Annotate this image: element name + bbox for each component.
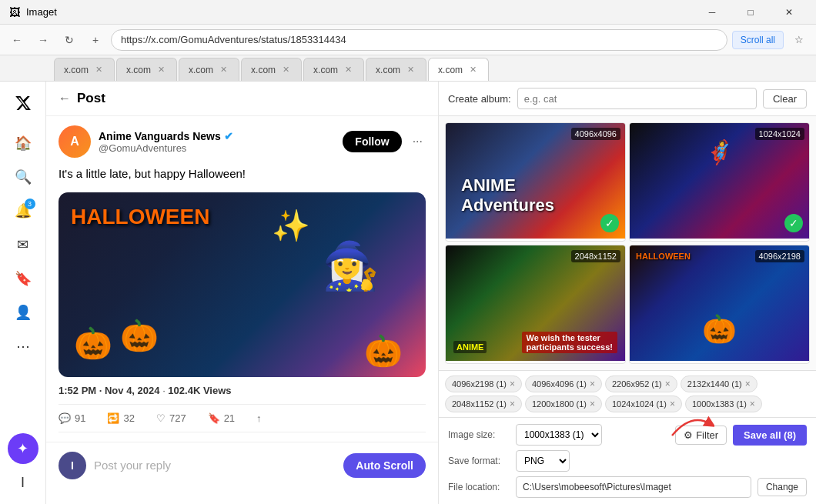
main-content: 🏠 🔍 🔔 3 ✉ 🔖 👤 ⋯ ✦ I ← Post A (0, 82, 816, 504)
like-icon: ♡ (156, 412, 166, 424)
tag-remove-5[interactable]: × (510, 399, 515, 409)
image-size-dropdown[interactable]: 1000x1383 (1) 1024x1024 (1) 2048x1152 (1… (516, 424, 602, 446)
tab-5[interactable]: x.com ✕ (303, 58, 364, 81)
image-dim-1: 4096x4096 (571, 128, 620, 140)
image-info-4: ✎ Show folder (630, 361, 809, 364)
image-thumb-4[interactable]: 4096x2198 HALLOWEEN 🎃 (630, 245, 809, 361)
minimize-button[interactable]: ─ (694, 0, 730, 25)
post-header: ← Post (46, 82, 438, 116)
bookmarks-icon[interactable]: 🔖 (8, 263, 38, 294)
retweet-action[interactable]: 🔁 32 (107, 412, 134, 424)
app-title: Imaget (26, 6, 57, 18)
post-title: Post (77, 91, 105, 106)
save-all-button[interactable]: Save all (8) (733, 425, 807, 446)
tab-3[interactable]: x.com ✕ (179, 58, 239, 81)
tag-chip-1[interactable]: 4096x2198 (1) × (445, 375, 522, 392)
auto-scroll-button[interactable]: Auto Scroll (343, 453, 426, 478)
notification-badge: 3 (25, 199, 35, 209)
tab-2-close[interactable]: ✕ (156, 64, 167, 75)
url-input[interactable] (111, 29, 727, 51)
author-info: Anime Vanguards News ✔ @GomuAdventures (99, 130, 335, 154)
tag-chip-2[interactable]: 4096x4096 (1) × (525, 375, 602, 392)
tab-5-close[interactable]: ✕ (343, 64, 354, 75)
avatar: A (59, 125, 91, 158)
forward-button[interactable]: → (32, 29, 54, 51)
tab-4[interactable]: x.com ✕ (241, 58, 302, 81)
tab-1[interactable]: x.com ✕ (54, 58, 115, 81)
image-dim-3: 2048x1152 (571, 250, 620, 262)
tag-chip-4[interactable]: 2132x1440 (1) × (681, 375, 757, 392)
explore-icon[interactable]: 🔍 (8, 162, 38, 192)
twitter-logo-icon[interactable] (8, 88, 38, 118)
more-options-button[interactable]: ··· (410, 132, 426, 152)
retweet-icon: 🔁 (107, 412, 119, 424)
tag-remove-8[interactable]: × (750, 399, 755, 409)
tag-remove-7[interactable]: × (670, 399, 675, 409)
reply-action[interactable]: 💬 91 (59, 412, 85, 424)
verified-icon: ✔ (224, 130, 233, 142)
check-overlay-1: ✓ (600, 214, 619, 232)
premium-icon[interactable]: ✦ (8, 433, 38, 464)
tab-1-close[interactable]: ✕ (93, 64, 105, 75)
follow-button[interactable]: Follow (343, 131, 401, 152)
create-album-label: Create album: (448, 93, 511, 105)
tab-6-close[interactable]: ✕ (405, 64, 416, 75)
like-action[interactable]: ♡ 727 (156, 412, 186, 424)
tag-chip-3[interactable]: 2206x952 (1) × (605, 375, 677, 392)
tab-6[interactable]: x.com ✕ (366, 58, 426, 81)
reply-placeholder[interactable]: Post your reply (94, 459, 336, 472)
bookmark-button[interactable]: ☆ (788, 29, 810, 51)
file-path-input[interactable] (516, 476, 751, 498)
profile-icon[interactable]: 👤 (8, 297, 38, 328)
tag-remove-2[interactable]: × (590, 379, 595, 389)
post-panel: ← Post A Anime Vanguards News ✔ @GomuAdv… (46, 82, 439, 504)
back-button[interactable]: ← (6, 29, 28, 51)
share-action[interactable]: ↑ (256, 412, 262, 424)
image-dim-4: 4096x2198 (755, 250, 804, 262)
notifications-icon[interactable]: 🔔 3 (8, 195, 38, 226)
scroll-all-button[interactable]: Scroll all (732, 31, 784, 49)
image-card-2: 1024x1024 ✓ 🦸 GEEbrScWYAE4urL_2 ✎ Show i… (629, 122, 810, 242)
bottom-controls: Image size: 1000x1383 (1) 1024x1024 (1) … (439, 418, 816, 504)
account-icon[interactable]: I (8, 467, 38, 498)
new-tab-button[interactable]: + (85, 29, 106, 51)
tag-remove-6[interactable]: × (590, 399, 595, 409)
more-icon[interactable]: ⋯ (8, 331, 38, 362)
tag-remove-4[interactable]: × (745, 379, 751, 389)
refresh-button[interactable]: ↻ (59, 29, 80, 51)
tab-3-label: x.com (189, 65, 213, 75)
img1-label: ANIMEAdventures (461, 175, 554, 215)
tag-remove-1[interactable]: × (510, 379, 515, 389)
tab-7[interactable]: x.com ✕ (428, 58, 489, 81)
image-thumb-1[interactable]: 4096x4096 ✓ ANIMEAdventures (446, 123, 625, 239)
image-card-3: 2048x1152 ANIME We wish the testerpartic… (445, 245, 626, 364)
tab-3-close[interactable]: ✕ (218, 64, 229, 75)
title-bar: 🖼 Imaget ─ □ ✕ (0, 0, 816, 25)
save-format-label: Save format: (448, 456, 510, 466)
clear-button[interactable]: Clear (763, 89, 807, 108)
img2-emoji: 🦸 (705, 139, 734, 165)
tweet-meta: 1:52 PM · Nov 4, 2024 · 102.4K Views (59, 385, 426, 396)
album-input[interactable] (517, 88, 757, 109)
home-icon[interactable]: 🏠 (8, 128, 38, 159)
back-arrow-button[interactable]: ← (59, 92, 71, 105)
messages-icon[interactable]: ✉ (8, 229, 38, 260)
save-format-row: Save format: PNG JPG WEBP (448, 450, 807, 472)
tab-7-close[interactable]: ✕ (467, 64, 479, 75)
image-thumb-2[interactable]: 1024x1024 ✓ 🦸 (630, 123, 809, 239)
author-name: Anime Vanguards News ✔ (99, 130, 335, 142)
maximize-button[interactable]: □ (733, 0, 768, 25)
tag-chip-6[interactable]: 1200x1800 (1) × (525, 396, 602, 412)
reply-area: I Post your reply Auto Scroll (46, 442, 438, 489)
close-button[interactable]: ✕ (771, 0, 807, 25)
tab-2[interactable]: x.com ✕ (116, 58, 177, 81)
change-button[interactable]: Change (757, 478, 807, 496)
tag-chip-5[interactable]: 2048x1152 (1) × (445, 396, 522, 412)
image-info-3: ✎ Snow folder (446, 361, 625, 364)
format-select[interactable]: PNG JPG WEBP (516, 450, 570, 472)
tab-4-label: x.com (251, 65, 276, 75)
tag-remove-3[interactable]: × (665, 379, 671, 389)
tab-4-close[interactable]: ✕ (280, 64, 292, 75)
image-thumb-3[interactable]: 2048x1152 ANIME We wish the testerpartic… (446, 245, 625, 361)
bookmark-action[interactable]: 🔖 21 (208, 412, 235, 424)
